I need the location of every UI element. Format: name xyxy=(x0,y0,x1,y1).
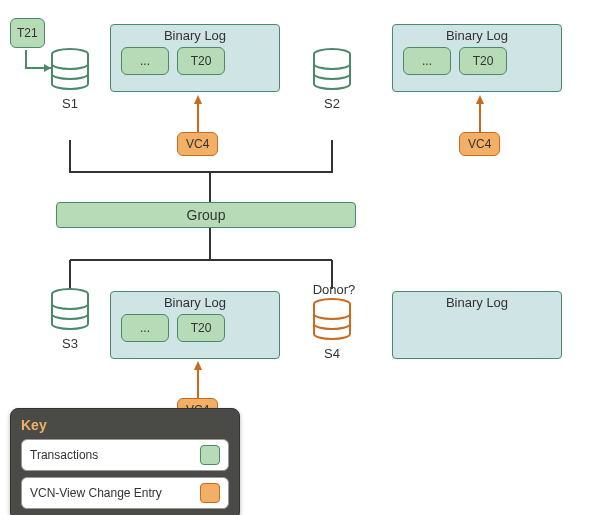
group-label: Group xyxy=(187,207,226,223)
legend-row-vcn: VCN-View Change Entry xyxy=(21,477,229,509)
vcn-s1: VC4 xyxy=(177,132,218,156)
db-s2-icon xyxy=(312,48,352,94)
binlog-s3-title: Binary Log xyxy=(111,292,279,312)
txn-incoming: T21 xyxy=(10,18,45,48)
vcn-swatch-icon xyxy=(200,483,220,503)
legend-row-transactions: Transactions xyxy=(21,439,229,471)
db-s3-label: S3 xyxy=(58,336,82,351)
db-s3-icon xyxy=(50,288,90,334)
binlog-s4: Binary Log xyxy=(392,291,562,359)
transaction-swatch-icon xyxy=(200,445,220,465)
db-s4-icon xyxy=(312,298,352,344)
binlog-s2-entry-1: T20 xyxy=(459,47,507,75)
binlog-s1: Binary Log ... T20 xyxy=(110,24,280,92)
db-s1-label: S1 xyxy=(58,96,82,111)
svg-marker-11 xyxy=(476,95,484,104)
legend-row1-label: Transactions xyxy=(30,448,98,462)
binlog-s3-entry-0: ... xyxy=(121,314,169,342)
binlog-s1-entry-1: T20 xyxy=(177,47,225,75)
legend: Key Transactions VCN-View Change Entry xyxy=(10,408,240,515)
binlog-s2-title: Binary Log xyxy=(393,25,561,45)
group-box: Group xyxy=(56,202,356,228)
vcn-s2: VC4 xyxy=(459,132,500,156)
binlog-s3: Binary Log ... T20 xyxy=(110,291,280,359)
binlog-s1-title: Binary Log xyxy=(111,25,279,45)
db-s1-icon xyxy=(50,48,90,94)
svg-marker-13 xyxy=(194,361,202,370)
donor-label: Donor? xyxy=(304,282,364,297)
binlog-s2: Binary Log ... T20 xyxy=(392,24,562,92)
svg-marker-9 xyxy=(194,95,202,104)
legend-row2-label: VCN-View Change Entry xyxy=(30,486,162,500)
binlog-s1-entry-0: ... xyxy=(121,47,169,75)
binlog-s2-entry-0: ... xyxy=(403,47,451,75)
binlog-s3-entry-1: T20 xyxy=(177,314,225,342)
legend-title: Key xyxy=(21,417,229,433)
binlog-s4-title: Binary Log xyxy=(393,292,561,312)
db-s4-label: S4 xyxy=(320,346,344,361)
db-s2-label: S2 xyxy=(320,96,344,111)
